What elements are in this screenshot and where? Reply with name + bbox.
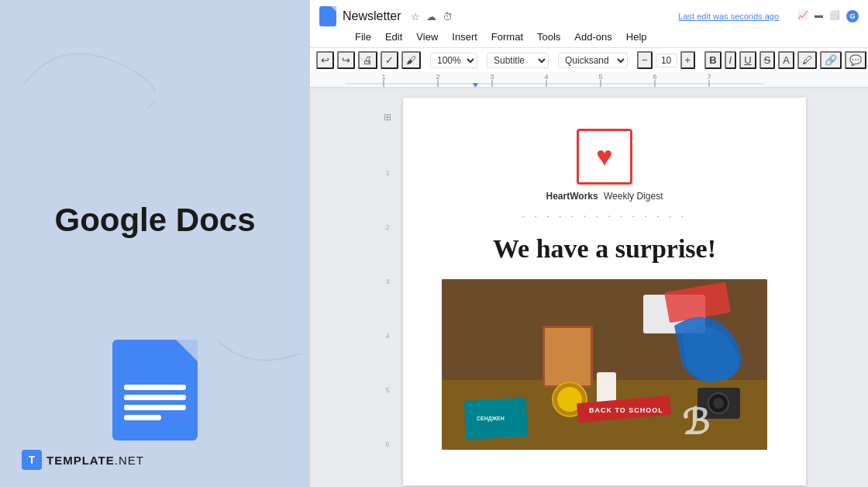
strikethrough-button[interactable]: S — [760, 51, 776, 69]
menu-bar: File Edit View Insert Format Tools Add-o… — [310, 28, 868, 47]
template-logo-text: TEMPLATE.NET — [46, 454, 144, 467]
template-logo-icon: T — [22, 450, 42, 470]
doc-type-icon — [319, 6, 336, 26]
comment-button[interactable]: 💬 — [845, 51, 866, 69]
svg-text:4: 4 — [544, 73, 548, 81]
menu-view[interactable]: View — [410, 29, 444, 44]
zoom-select[interactable]: 100% 75% 125% — [430, 53, 477, 68]
brand-logo-box: ♥ — [577, 129, 632, 185]
print-button[interactable]: 🖨 — [358, 51, 377, 69]
font-color-button[interactable]: A — [778, 51, 794, 69]
title-bar: Newsletter ☆ ☁ ⏱ Last edit was seconds a… — [310, 0, 868, 28]
svg-point-29 — [713, 398, 724, 409]
svg-text:2: 2 — [436, 73, 439, 81]
ruler-icon: ⊞ — [384, 112, 391, 123]
font-size-display: 10 — [656, 54, 677, 67]
svg-text:1: 1 — [381, 73, 385, 81]
doc-container: ⊞ 1 2 3 4 5 6 ♥ HeartWorks Weekly Digest — [372, 98, 806, 478]
google-docs-window: Newsletter ☆ ☁ ⏱ Last edit was seconds a… — [310, 0, 868, 487]
page-ruler-mark-4: 4 — [385, 332, 389, 340]
menu-help[interactable]: Help — [620, 29, 653, 44]
document-page[interactable]: ♥ HeartWorks Weekly Digest · · · · · · ·… — [403, 98, 806, 485]
italic-button[interactable]: I — [725, 51, 737, 69]
svg-text:3: 3 — [490, 73, 494, 81]
document-title: Newsletter — [343, 9, 401, 23]
undo-button[interactable]: ↩ — [316, 51, 334, 69]
highlight-button[interactable]: 🖊 — [797, 51, 817, 69]
svg-text:CЕНДЖЕН: CЕНДЖЕН — [477, 416, 505, 422]
menu-file[interactable]: File — [349, 29, 377, 44]
redo-button[interactable]: ↪ — [337, 51, 355, 69]
bold-button[interactable]: B — [704, 51, 721, 69]
page-number-sidebar: ⊞ 1 2 3 4 5 6 — [372, 98, 403, 478]
page-ruler-mark-5: 5 — [385, 386, 389, 394]
menu-tools[interactable]: Tools — [531, 29, 567, 44]
underline-button[interactable]: U — [739, 51, 756, 69]
ruler-svg: 1 2 3 4 5 6 7 — [345, 72, 763, 88]
window-chrome: Newsletter ☆ ☁ ⏱ Last edit was seconds a… — [310, 0, 868, 88]
google-docs-file-icon — [112, 340, 198, 440]
font-size-decrease[interactable]: − — [637, 51, 653, 69]
svg-text:7: 7 — [707, 73, 711, 81]
menu-format[interactable]: Format — [485, 29, 529, 44]
left-panel: Google Docs T TEMPLATE.NET — [0, 0, 310, 487]
user-avatar[interactable]: G — [846, 10, 859, 22]
svg-rect-24 — [597, 372, 616, 403]
paint-format-button[interactable]: 🖌 — [401, 51, 421, 69]
font-select[interactable]: Quicksand Arial Times New Roman — [558, 53, 628, 68]
menu-edit[interactable]: Edit — [379, 29, 408, 44]
left-panel-title: Google Docs — [54, 202, 255, 239]
svg-marker-15 — [473, 83, 478, 88]
ruler: 1 2 3 4 5 6 7 — [310, 72, 868, 88]
toolbar: ↩ ↪ 🖨 ✓ 🖌 100% 75% 125% Subtitle Normal … — [310, 47, 868, 72]
document-area[interactable]: ⊞ 1 2 3 4 5 6 ♥ HeartWorks Weekly Digest — [310, 88, 868, 487]
history-icon[interactable]: ⏱ — [443, 11, 453, 22]
menu-addons[interactable]: Add-ons — [568, 29, 618, 44]
svg-rect-21 — [545, 328, 591, 385]
heart-icon: ♥ — [596, 143, 612, 171]
font-size-increase[interactable]: + — [680, 51, 696, 69]
cloud-icon[interactable]: ☁ — [426, 11, 436, 22]
page-ruler-mark-2: 2 — [385, 223, 389, 231]
window-controls: 📈 ▬ ⬜ G — [797, 10, 859, 22]
dots-divider: · · · · · · · · · · · · · · — [522, 209, 687, 222]
svg-text:ℬ: ℬ — [682, 403, 709, 442]
svg-text:5: 5 — [598, 73, 602, 81]
page-ruler-mark-3: 3 — [385, 278, 389, 285]
trending-icon[interactable]: 📈 — [797, 10, 808, 22]
page-ruler-mark-6: 6 — [385, 440, 389, 448]
link-button[interactable]: 🔗 — [820, 51, 842, 69]
image-svg: BACK TO SCHOOL ℬ CЕНДЖЕН — [442, 279, 767, 450]
title-action-icons: ☆ ☁ ⏱ — [411, 11, 453, 22]
svg-text:BACK TO SCHOOL: BACK TO SCHOOL — [589, 406, 663, 414]
svg-text:6: 6 — [653, 73, 656, 81]
menu-insert[interactable]: Insert — [446, 29, 484, 44]
newsletter-image: BACK TO SCHOOL ℬ CЕНДЖЕН — [442, 279, 767, 450]
star-icon[interactable]: ☆ — [411, 11, 420, 22]
template-logo: T TEMPLATE.NET — [22, 450, 144, 470]
brand-name: HeartWorks Weekly Digest — [546, 191, 663, 202]
last-edit-text[interactable]: Last edit was seconds ago — [678, 12, 779, 21]
maximize-icon[interactable]: ⬜ — [829, 10, 840, 22]
spellcheck-button[interactable]: ✓ — [381, 51, 398, 69]
style-select[interactable]: Subtitle Normal Heading 1 — [487, 53, 549, 68]
main-heading: We have a surprise! — [493, 234, 716, 264]
page-ruler-mark-1: 1 — [385, 169, 389, 177]
minimize-icon[interactable]: ▬ — [815, 10, 823, 22]
